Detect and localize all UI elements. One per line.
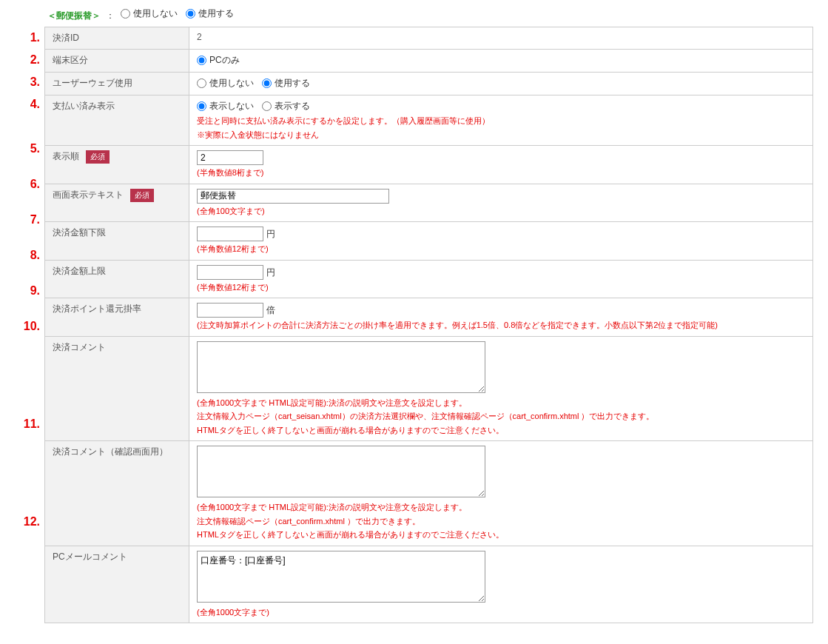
label-display-text: 画面表示テキスト xyxy=(53,189,124,200)
pc-mail-comment-help: (全角1000文字まで) xyxy=(197,606,805,619)
label-user-web: ユーザーウェブ使用 xyxy=(45,73,189,95)
display-order-input[interactable] xyxy=(197,150,263,165)
paid-radio-show[interactable] xyxy=(262,101,272,111)
label-payment-comment: 決済コメント xyxy=(45,336,189,441)
payment-comment-help-1: (全角1000文字まで HTML設定可能):決済の説明文や注意文を設定します。 xyxy=(197,397,805,409)
terminal-radio-pc[interactable] xyxy=(197,56,206,65)
payment-comment-help-3: HTMLタグを正しく終了しないと画面が崩れる場合がありますのでご注意ください。 xyxy=(197,424,805,437)
paid-label-show: 表示する xyxy=(275,100,310,113)
label-paid-display: 支払い済み表示 xyxy=(45,95,189,146)
row-user-web: ユーザーウェブ使用 使用しない 使用する xyxy=(45,73,813,95)
label-amount-max: 決済金額上限 xyxy=(45,260,189,298)
display-text-input[interactable] xyxy=(197,189,389,204)
section-use-option-yes[interactable]: 使用する xyxy=(186,7,234,20)
section-use-label-yes: 使用する xyxy=(198,7,234,20)
section-header: ＜郵便振替＞ ： 使用しない 使用する xyxy=(47,7,813,22)
row-display-order: 表示順 必須 (半角数値8桁まで) xyxy=(45,146,813,184)
label-display-order: 表示順 xyxy=(53,151,79,161)
row-num-4: 4. xyxy=(7,96,44,141)
payment-comment-textarea[interactable] xyxy=(197,341,485,393)
row-num-12: 12. xyxy=(7,514,44,588)
amount-max-unit: 円 xyxy=(266,267,275,278)
section-use-option-no[interactable]: 使用しない xyxy=(121,7,178,20)
label-payment-comment-confirm: 決済コメント（確認画面用） xyxy=(45,441,189,546)
value-payment-id: 2 xyxy=(197,32,202,42)
userweb-label-no: 使用しない xyxy=(209,77,254,90)
paid-radio-hide[interactable] xyxy=(197,101,206,111)
amount-min-input[interactable] xyxy=(197,227,263,241)
point-rate-input[interactable] xyxy=(197,303,263,318)
paid-option-hide[interactable]: 表示しない xyxy=(197,100,254,113)
row-num-11: 11. xyxy=(7,416,44,514)
terminal-option-pc[interactable]: PCのみ xyxy=(197,54,240,67)
row-display-text: 画面表示テキスト 必須 (全角100文字まで) xyxy=(45,184,813,222)
section-use-label-no: 使用しない xyxy=(133,7,178,20)
row-amount-max: 決済金額上限 円 (半角数値12桁まで) xyxy=(45,260,813,298)
row-payment-comment: 決済コメント (全角1000文字まで HTML設定可能):決済の説明文や注意文を… xyxy=(45,336,813,441)
row-num-7: 7. xyxy=(7,212,44,247)
row-amount-min: 決済金額下限 円 (半角数値12桁まで) xyxy=(45,222,813,261)
userweb-radio-yes[interactable] xyxy=(262,78,272,88)
section-use-radio-yes[interactable] xyxy=(186,9,195,19)
label-amount-min: 決済金額下限 xyxy=(45,222,189,261)
display-order-help: (半角数値8桁まで) xyxy=(197,167,805,179)
section-title: ＜郵便振替＞ xyxy=(47,10,101,21)
row-num-8: 8. xyxy=(7,247,44,283)
row-num-6: 6. xyxy=(7,176,44,212)
header-separator: ： xyxy=(106,10,115,21)
point-rate-unit: 倍 xyxy=(266,305,275,315)
required-badge: 必須 xyxy=(86,150,110,164)
userweb-option-yes[interactable]: 使用する xyxy=(262,77,310,90)
label-payment-id: 決済ID xyxy=(45,27,189,50)
section-use-radio-no[interactable] xyxy=(121,9,130,19)
userweb-option-no[interactable]: 使用しない xyxy=(197,77,254,90)
row-payment-id: 決済ID 2 xyxy=(45,27,813,50)
row-num-2: 2. xyxy=(7,52,44,74)
paid-help-1: 受注と同時に支払い済み表示にするかを設定します。（購入履歴画面等に使用） xyxy=(197,115,805,127)
row-paid-display: 支払い済み表示 表示しない 表示する 受注と同時に支払い済み表示にするかを設定し… xyxy=(45,95,813,146)
paid-label-hide: 表示しない xyxy=(209,100,254,113)
row-num-1: 1. xyxy=(7,30,44,52)
required-badge: 必須 xyxy=(130,189,154,202)
userweb-label-yes: 使用する xyxy=(275,77,310,90)
settings-table: 決済ID 2 端末区分 PCのみ ユーザーウェブ使用 使用しない xyxy=(44,27,813,623)
row-point-rate: 決済ポイント還元掛率 倍 (注文時加算ポイントの合計に決済方法ごとの掛け率を適用… xyxy=(45,298,813,337)
row-numbers: 1. 2. 3. 4. 5. 6. 7. 8. 9. 10. 11. 12. xyxy=(7,7,44,623)
pc-mail-comment-textarea[interactable] xyxy=(197,551,485,603)
row-payment-comment-confirm: 決済コメント（確認画面用） (全角1000文字まで HTML設定可能):決済の説… xyxy=(45,441,813,546)
row-num-5: 5. xyxy=(7,141,44,176)
terminal-label-pc: PCのみ xyxy=(209,54,240,67)
label-pc-mail-comment: PCメールコメント xyxy=(45,546,189,623)
row-num-10: 10. xyxy=(7,318,44,416)
row-num-9: 9. xyxy=(7,283,44,318)
amount-min-unit: 円 xyxy=(266,229,275,239)
payment-comment-confirm-textarea[interactable] xyxy=(197,446,485,497)
payment-comment-confirm-help-1: (全角1000文字まで HTML設定可能):決済の説明文や注意文を設定します。 xyxy=(197,501,805,514)
paid-option-show[interactable]: 表示する xyxy=(262,100,310,113)
label-terminal-type: 端末区分 xyxy=(45,50,189,73)
display-text-help: (全角100文字まで) xyxy=(197,205,805,218)
point-rate-help: (注文時加算ポイントの合計に決済方法ごとの掛け率を適用できます。例えば1.5倍、… xyxy=(197,319,805,332)
payment-comment-confirm-help-3: HTMLタグを正しく終了しないと画面が崩れる場合がありますのでご注意ください。 xyxy=(197,529,805,541)
payment-comment-confirm-help-2: 注文情報確認ページ（cart_confirm.xhtml ）で出力できます。 xyxy=(197,515,805,528)
amount-max-input[interactable] xyxy=(197,265,263,280)
userweb-radio-no[interactable] xyxy=(197,78,206,88)
amount-max-help: (半角数値12桁まで) xyxy=(197,281,805,294)
row-terminal-type: 端末区分 PCのみ xyxy=(45,50,813,73)
amount-min-help: (半角数値12桁まで) xyxy=(197,243,805,255)
payment-comment-help-2: 注文情報入力ページ（cart_seisan.xhtml）の決済方法選択欄や、注文… xyxy=(197,410,805,423)
paid-help-2: ※実際に入金状態にはなりません xyxy=(197,129,805,141)
row-num-3: 3. xyxy=(7,74,44,96)
label-point-rate: 決済ポイント還元掛率 xyxy=(45,298,189,337)
row-pc-mail-comment: PCメールコメント (全角1000文字まで) xyxy=(45,546,813,623)
